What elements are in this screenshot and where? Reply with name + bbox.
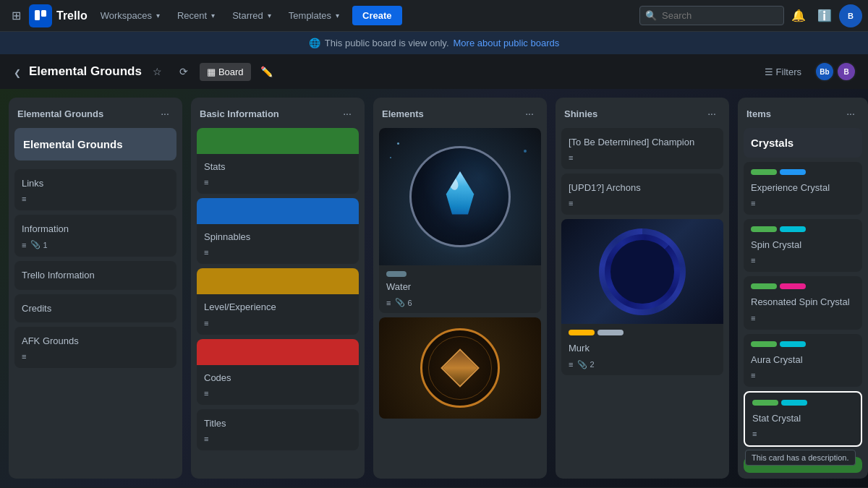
card-footer-murk: ≡ 📎 2 xyxy=(569,360,716,369)
card-resonated-spin-crystal[interactable]: Resonated Spin Crystal ≡ xyxy=(744,276,862,329)
board-title: Elemental Grounds xyxy=(29,64,142,79)
workspaces-btn[interactable]: Workspaces ▾ xyxy=(93,6,167,25)
card-aura-crystal[interactable]: Aura Crystal ≡ xyxy=(744,334,862,387)
svg-rect-0 xyxy=(35,10,40,20)
earth-circle xyxy=(420,328,500,408)
customize-icon[interactable]: ✏️ xyxy=(257,61,277,82)
card-links[interactable]: Links ≡ xyxy=(14,169,176,210)
stat-crystal-labels xyxy=(752,400,854,408)
card-footer-titles: ≡ xyxy=(204,435,352,443)
card-desc-tbd: ≡ xyxy=(569,153,573,162)
card-stat-crystal[interactable]: Stat Crystal ≡ This card has a descripti… xyxy=(744,391,862,447)
card-footer-archons: ≡ xyxy=(569,199,716,207)
card-title-titles: Titles xyxy=(204,418,226,429)
user-avatar[interactable]: B xyxy=(839,4,862,27)
board-header: ❮ Elemental Grounds ☆ ⟳ ▦ Board ✏️ ☰ Fil… xyxy=(0,54,868,89)
search-icon: 🔍 xyxy=(645,10,657,21)
list-cards-shinies: [To Be Determined] Champion ≡ [UPD1?] Ar… xyxy=(556,128,729,479)
element-circle-water xyxy=(409,146,511,247)
public-boards-link[interactable]: More about public boards xyxy=(454,38,560,48)
attachment-count-information: 1 xyxy=(43,241,47,249)
card-stats[interactable]: Stats ≡ xyxy=(197,128,359,194)
aura-crystal-label-green xyxy=(751,341,777,347)
card-desc-level: ≡ xyxy=(204,319,208,328)
svg-rect-1 xyxy=(41,10,46,17)
card-footer-water: ≡ 📎 6 xyxy=(386,298,534,307)
grid-icon[interactable]: ⊞ xyxy=(6,6,26,26)
exp-crystal-label-blue xyxy=(780,169,806,175)
card-desc-spinnables: ≡ xyxy=(204,248,208,257)
card-footer-afk-grounds: ≡ xyxy=(22,352,169,361)
info-btn[interactable]: ℹ️ xyxy=(813,4,836,27)
card-level-experience[interactable]: Level/Experience ≡ xyxy=(197,268,359,334)
create-btn[interactable]: Create xyxy=(352,6,401,25)
card-upd-archons[interactable]: [UPD1?] Archons ≡ xyxy=(561,174,723,215)
card-title-water: Water xyxy=(386,281,411,292)
card-title-trello-info: Trello Information xyxy=(22,270,95,281)
list-title-items: Items xyxy=(746,108,771,119)
card-codes[interactable]: Codes ≡ xyxy=(197,339,359,405)
card-desc-murk: ≡ xyxy=(569,360,573,369)
card-desc-stat-crystal: ≡ xyxy=(752,429,757,438)
list-menu-btn-shinies[interactable]: ··· xyxy=(703,105,720,122)
card-title-stat-crystal: Stat Crystal xyxy=(752,413,801,424)
filters-btn[interactable]: ☰ Filters xyxy=(757,63,809,81)
list-title-elemental-grounds: Elemental Grounds xyxy=(17,108,103,119)
templates-chevron: ▾ xyxy=(336,12,339,20)
templates-btn[interactable]: Templates ▾ xyxy=(281,6,346,25)
sync-icon[interactable]: ⟳ xyxy=(174,61,194,82)
sidebar-toggle[interactable]: ❮ xyxy=(12,65,23,81)
list-basic-information: Basic Information ··· Stats ≡ Spinnables… xyxy=(191,98,365,479)
list-menu-btn-basic-info[interactable]: ··· xyxy=(339,105,356,122)
app-logo[interactable]: Trello xyxy=(29,4,88,27)
card-attachment-information: 📎 1 xyxy=(30,240,47,249)
recent-btn[interactable]: Recent ▾ xyxy=(170,6,222,25)
card-desc-water: ≡ xyxy=(386,299,391,307)
card-experience-crystal[interactable]: Experience Crystal ≡ xyxy=(744,162,862,215)
board-view-btn[interactable]: ▦ Board xyxy=(200,63,251,81)
card-footer-spin-crystal: ≡ xyxy=(751,256,855,265)
card-title-information: Information xyxy=(22,223,69,234)
list-menu-btn-elements[interactable]: ··· xyxy=(521,105,538,122)
card-titles[interactable]: Titles ≡ xyxy=(197,409,359,450)
card-spinnables[interactable]: Spinnables ≡ xyxy=(197,198,359,264)
globe-icon: 🌐 xyxy=(309,38,320,48)
card-title-level-experience: Level/Experience xyxy=(204,301,276,312)
resonated-crystal-label-pink xyxy=(780,283,806,289)
card-desc-aura-crystal: ≡ xyxy=(751,371,755,380)
list-header-items: Items ··· xyxy=(738,98,868,128)
list-shinies: Shinies ··· [To Be Determined] Champion … xyxy=(556,98,729,479)
list-header-shinies: Shinies ··· xyxy=(556,98,729,128)
card-murk[interactable]: Murk ≡ 📎 2 xyxy=(561,219,723,374)
member-avatar-2[interactable]: B xyxy=(836,61,856,82)
card-title-murk: Murk xyxy=(569,343,590,354)
starred-btn[interactable]: Starred ▾ xyxy=(225,6,278,25)
spin-crystal-labels xyxy=(751,226,855,235)
card-desc-spin-crystal: ≡ xyxy=(751,256,755,265)
list-menu-btn-items[interactable]: ··· xyxy=(842,105,859,122)
app-name: Trello xyxy=(56,9,88,22)
board-view-icon: ▦ xyxy=(207,67,216,77)
card-trello-info[interactable]: Trello Information xyxy=(14,261,176,289)
member-avatar-1[interactable]: Bb xyxy=(814,61,835,82)
murk-image xyxy=(561,219,723,324)
card-elemental-grounds-main[interactable]: Elemental Grounds xyxy=(14,128,176,160)
card-footer-resonated-crystal: ≡ xyxy=(751,314,855,322)
card-tbd-champion[interactable]: [To Be Determined] Champion ≡ xyxy=(561,128,723,169)
card-crystals-header[interactable]: Crystals xyxy=(744,128,862,158)
card-footer-stat-crystal: ≡ xyxy=(752,429,854,438)
search-input[interactable] xyxy=(639,6,784,25)
search-wrapper: 🔍 xyxy=(639,6,784,25)
card-title-spin-crystal: Spin Crystal xyxy=(751,239,801,250)
list-cards-elements: Water ≡ 📎 6 xyxy=(373,128,547,479)
card-afk-grounds[interactable]: AFK Grounds ≡ xyxy=(14,327,176,368)
notifications-btn[interactable]: 🔔 xyxy=(787,4,810,27)
card-information[interactable]: Information ≡ 📎 1 xyxy=(14,215,176,257)
card-spin-crystal[interactable]: Spin Crystal ≡ xyxy=(744,219,862,272)
card-desc-exp-crystal: ≡ xyxy=(751,199,755,207)
list-menu-btn-elemental-grounds[interactable]: ··· xyxy=(156,105,174,122)
card-water[interactable]: Water ≡ 📎 6 xyxy=(379,128,541,313)
card-earth[interactable] xyxy=(379,317,541,419)
card-credits[interactable]: Credits xyxy=(14,294,176,322)
star-icon[interactable]: ☆ xyxy=(148,61,168,82)
